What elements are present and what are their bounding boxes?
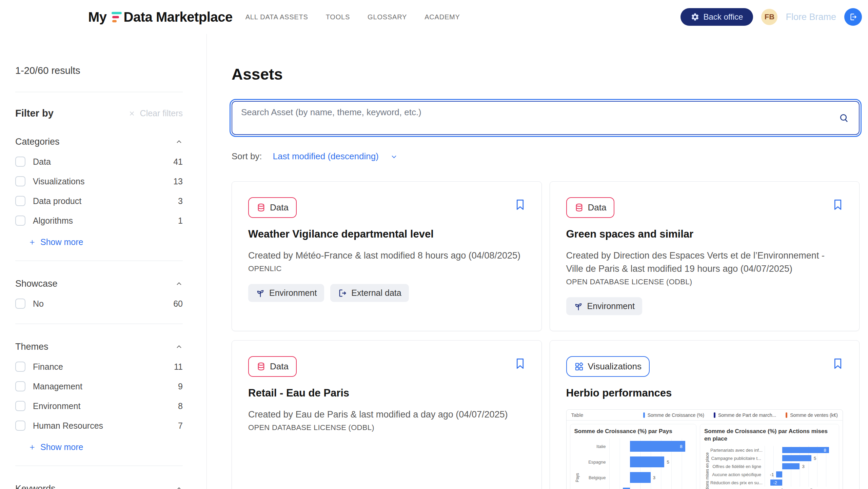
filter-section-header[interactable]: Themes	[15, 342, 183, 352]
page-title: Assets	[232, 65, 860, 83]
asset-card-retail-eau-de-paris[interactable]: Data Retail - Eau de Paris Created by Ea…	[232, 340, 542, 489]
asset-title[interactable]: Green spaces and similar	[566, 228, 843, 240]
asset-license: OPENLIC	[248, 264, 525, 273]
tag-environment[interactable]: Environment	[248, 284, 324, 302]
asset-title[interactable]: Retail - Eau de Paris	[248, 387, 525, 399]
asset-card-green-spaces[interactable]: Data Green spaces and similar Created by…	[550, 181, 860, 331]
filter-section-header[interactable]: Categories	[15, 137, 183, 147]
asset-description: Created by Direction des Espaces Verts e…	[566, 249, 843, 276]
preview-legend: Somme de Croissance (%) Somme de Part de…	[643, 412, 838, 418]
show-more-button[interactable]: Show more	[29, 237, 183, 247]
legend-marker	[714, 412, 715, 418]
database-icon	[256, 203, 266, 212]
checkbox[interactable]	[15, 381, 25, 391]
asset-type-badge: Visualizations	[566, 356, 650, 377]
filter-count: 13	[173, 177, 183, 186]
filter-section-themes: Themes Finance 11 Management 9 Environme…	[15, 342, 183, 452]
checkbox[interactable]	[15, 299, 25, 309]
gear-icon	[691, 13, 699, 21]
logout-button[interactable]	[844, 8, 862, 26]
divider	[15, 261, 183, 261]
filter-option-no[interactable]: No 60	[15, 299, 183, 309]
checkbox[interactable]	[15, 176, 25, 186]
chevron-up-icon[interactable]	[175, 280, 183, 288]
legend-item: Somme de Croissance (%)	[643, 412, 704, 418]
filter-count: 8	[178, 401, 183, 411]
database-icon	[574, 203, 584, 212]
asset-type-badge: Data	[248, 356, 297, 377]
avatar[interactable]: FB	[761, 9, 777, 25]
top-right-cluster: Back office FB Flore Brame	[680, 8, 862, 26]
filter-section-title: Showcase	[15, 279, 58, 289]
legend-item: Somme de ventes (k€)	[786, 412, 838, 418]
sort-by-label: Sort by:	[232, 151, 262, 162]
bookmark-icon[interactable]	[833, 199, 843, 211]
filter-option-data[interactable]: Data 41	[15, 157, 183, 167]
filter-section-title: Categories	[15, 137, 60, 147]
show-more-button[interactable]: Show more	[29, 442, 183, 452]
filter-option-finance[interactable]: Finance 11	[15, 362, 183, 372]
asset-description: Created by Météo-France & last modified …	[248, 249, 525, 262]
filter-count: 1	[178, 216, 183, 226]
checkbox[interactable]	[15, 196, 25, 206]
main-nav: ALL DATA ASSETS TOOLS GLOSSARY ACADEMY	[245, 13, 460, 21]
filter-option-algorithms[interactable]: Algorithms 1	[15, 216, 183, 226]
checkbox[interactable]	[15, 362, 25, 372]
asset-card-herbio-performances[interactable]: Visualizations Herbio performances Table…	[550, 340, 860, 489]
bookmark-icon[interactable]	[833, 358, 843, 370]
nav-tools[interactable]: TOOLS	[326, 13, 350, 21]
divider	[15, 466, 183, 466]
nav-glossary[interactable]: GLOSSARY	[368, 13, 407, 21]
chevron-down-icon	[390, 153, 398, 160]
sort-select[interactable]: Last modified (descending)	[273, 151, 398, 162]
filter-option-visualizations[interactable]: Visualizations 13	[15, 176, 183, 186]
logout-icon	[849, 13, 857, 21]
filter-section-header[interactable]: Showcase	[15, 279, 183, 289]
bookmark-icon[interactable]	[515, 358, 525, 370]
tag-environment[interactable]: Environment	[566, 297, 642, 315]
asset-cards-grid: Data Weather Vigilance departmental leve…	[232, 181, 860, 489]
asset-title[interactable]: Weather Vigilance departmental level	[248, 228, 525, 240]
tag-external-data[interactable]: External data	[330, 284, 409, 302]
logo-rest: Data Marketplace	[124, 9, 233, 25]
bookmark-icon[interactable]	[515, 199, 525, 211]
legend-marker	[643, 412, 645, 418]
checkbox[interactable]	[15, 216, 25, 226]
chevron-up-icon[interactable]	[175, 343, 183, 351]
filter-count: 41	[173, 157, 183, 167]
search-input[interactable]	[232, 101, 860, 135]
sprout-icon	[574, 302, 583, 311]
database-icon	[256, 362, 266, 371]
filter-count: 60	[173, 299, 183, 309]
back-office-label: Back office	[704, 12, 743, 22]
clear-filters-button[interactable]: Clear filters	[129, 108, 183, 118]
chevron-up-icon[interactable]	[175, 485, 183, 489]
legend-marker	[786, 412, 787, 418]
preview-tab-table[interactable]: Table	[571, 412, 584, 418]
asset-title[interactable]: Herbio performances	[566, 387, 843, 399]
app-logo[interactable]: My Data Marketplace	[88, 9, 233, 25]
filter-count: 9	[178, 382, 183, 391]
divider	[15, 92, 183, 92]
top-bar: My Data Marketplace ALL DATA ASSETS TOOL…	[0, 0, 868, 34]
filter-section-header[interactable]: Keywords	[15, 484, 183, 489]
asset-card-weather-vigilance[interactable]: Data Weather Vigilance departmental leve…	[232, 181, 542, 331]
checkbox[interactable]	[15, 401, 25, 411]
filter-count: 11	[174, 362, 183, 372]
external-data-icon	[338, 288, 347, 298]
asset-license: OPEN DATABASE LICENSE (ODBL)	[566, 278, 843, 286]
filter-option-management[interactable]: Management 9	[15, 381, 183, 391]
filter-option-environment[interactable]: Environment 8	[15, 401, 183, 411]
chevron-up-icon[interactable]	[175, 138, 183, 146]
filter-option-data-product[interactable]: Data product 3	[15, 196, 183, 206]
dashboard-icon	[574, 362, 584, 371]
nav-academy[interactable]: ACADEMY	[425, 13, 460, 21]
checkbox[interactable]	[15, 421, 25, 431]
filter-by-title: Filter by	[15, 108, 54, 119]
checkbox[interactable]	[15, 157, 25, 167]
nav-all-data-assets[interactable]: ALL DATA ASSETS	[245, 13, 308, 21]
back-office-button[interactable]: Back office	[680, 8, 753, 26]
logo-dashes-icon	[112, 12, 122, 22]
filter-option-human-resources[interactable]: Human Resources 7	[15, 421, 183, 431]
search-icon[interactable]	[838, 112, 850, 124]
